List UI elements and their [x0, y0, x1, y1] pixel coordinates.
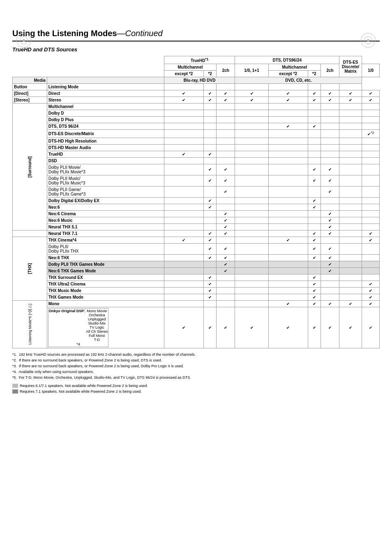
footnote-1: *1. 192 kHz TrueHD sources are processed… — [12, 352, 380, 357]
star2-truehd: *2 — [204, 71, 217, 77]
table-row: Dolby PLII Music/Dolby PLIIx Music*3 ✔✔✔… — [13, 175, 380, 186]
dts-header: DTS, DTS96/24 — [235, 56, 339, 64]
table-row: DTS-ES Discrete/Matrix ✔*2 — [13, 130, 380, 138]
table-row: [Stereo] Stereo ✔ ✔ ✔ ✔ ✔ ✔ ✔ ✔ ✔ — [13, 97, 380, 104]
section-title: TrueHD and DTS Sources — [12, 46, 380, 53]
table-row: THX Music Mode ✔✔✔ — [13, 287, 380, 294]
table-row: Neural THX 7.1 ✔✔✔✔✔ — [13, 230, 380, 237]
listening-modes-table: TrueHD*1 DTS, DTS96/24 DTS-ES Discrete/ … — [12, 56, 380, 348]
button-col-header: Button — [13, 84, 47, 90]
table-row: THX Surround EX ✔✔ — [13, 274, 380, 281]
truehd-header: TrueHD*1 — [164, 56, 235, 64]
corner-decoration-tr — [361, 33, 376, 48]
table-row: DTS-HD High Resolution — [13, 138, 380, 144]
table-row: Neo:6 Cinema ✔✔ — [13, 210, 380, 217]
legend-item-1: Requires 6.1/7.1 speakers. Not available… — [12, 384, 380, 388]
table-row: Dolby D Plus — [13, 117, 380, 123]
truehd-multichannel: Multichannel — [164, 64, 216, 71]
table-row: Dolby Digital EX/Dolby EX ✔✔ — [13, 197, 380, 204]
dts-10: 1/0 — [362, 64, 380, 77]
table-row: DTS, DTS 96/24 ✔✔ — [13, 123, 380, 130]
table-row: Neo:6 THX Games Mode ✔✔ — [13, 267, 380, 274]
page-title: Using the Listening Modes—Continued — [12, 29, 380, 41]
except-2-truehd: except *2 — [164, 71, 203, 77]
table-row: DTS-HD Master Audio — [13, 144, 380, 151]
mode-col-header: Listening Mode — [47, 84, 164, 90]
legend-color-dark — [12, 389, 18, 394]
table-row: [THX] THX Cinema*4 ✔✔✔✔✔ — [13, 237, 380, 243]
legend-text-dark: Requires 7.1 speakers. Not available whi… — [20, 389, 142, 394]
truehd-2ch: 2ch — [217, 64, 235, 77]
legend-item-2: Requires 7.1 speakers. Not available whi… — [12, 389, 380, 394]
footnotes: *1. 192 kHz TrueHD sources are processed… — [12, 352, 380, 380]
table-row: Dolby D — [13, 110, 380, 117]
dts-10-11: 1/0, 1+1 — [235, 64, 268, 77]
table-row: Dolby PLII Game/Dolby PLIIx Game*3 ✔✔ — [13, 186, 380, 197]
media-row: Media Blu-ray, HD DVD DVD, CD, etc. — [13, 77, 380, 84]
legend-color-gray — [12, 384, 18, 388]
legend-text-gray: Requires 6.1/7.1 speakers. Not available… — [20, 384, 148, 388]
table-row: Dolby PLII/Dolby PLIIx THX ✔✔✔✔ — [13, 243, 380, 254]
blu-ray-media: Blu-ray, HD DVD — [164, 77, 235, 84]
table-row: THX Games Mode ✔✔✔ — [13, 294, 380, 300]
footnote-3: *3. If there are no surround back speake… — [12, 364, 380, 368]
except-2-dts: except *2 — [268, 71, 308, 77]
dts-es-header: DTS-ES Discrete/ Matrix — [339, 56, 362, 77]
table-row: TrueHD ✔✔ — [13, 151, 380, 157]
table-row: Neo:6 THX ✔✔✔✔ — [13, 254, 380, 261]
dts-multichannel: Multichannel — [268, 64, 321, 71]
table-row: [Direct] Direct ✔ ✔ ✔ ✔ ✔ ✔ ✔ ✔ ✔ — [13, 90, 380, 97]
corner-decoration-tl — [16, 33, 31, 48]
button-mode-header: Button Listening Mode — [13, 84, 380, 90]
legend: Requires 6.1/7.1 speakers. Not available… — [12, 384, 380, 394]
table-row: [Surround] Multichannel — [13, 104, 380, 110]
footnote-4: *4. Available only when using surround s… — [12, 370, 380, 374]
footnote-5: *5. For T-D, Mono Movie, Orchestra, Unpl… — [12, 375, 380, 380]
table-row: DSD — [13, 157, 380, 164]
dvd-media: DVD, CD, etc. — [235, 77, 362, 84]
table-row: Dolby PLII THX Games Mode ✔✔ — [13, 261, 380, 267]
media-label: Media — [13, 77, 47, 84]
table-row: Neo:6 Music ✔✔ — [13, 217, 380, 223]
star2-dts: *2 — [308, 71, 321, 77]
table-row: THX Ultra2 Cinema ✔✔✔ — [13, 281, 380, 287]
table-row: Dolby PLII Movie/Dolby PLIIx Movie*3 ✔✔✔… — [13, 164, 380, 175]
dts-2ch: 2ch — [321, 64, 339, 77]
footnote-2: *2. If there are no surround back speake… — [12, 358, 380, 362]
table-row: Onkyo Original DSP Mono MovieOrchestraUn… — [13, 307, 380, 348]
table-row: Neo:6 ✔✔ — [13, 204, 380, 210]
table-row: Neural THX 5.1 ✔✔ — [13, 223, 380, 230]
table-row: Listening Mode*5 [+]/[▷] Mono ✔✔✔✔✔ — [13, 300, 380, 307]
col-group-header-row: TrueHD*1 DTS, DTS96/24 DTS-ES Discrete/ … — [13, 56, 380, 64]
